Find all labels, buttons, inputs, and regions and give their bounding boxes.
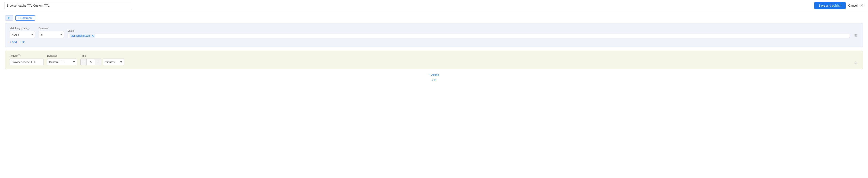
action-section: Action i Behavior Custom TTL Time	[5, 51, 863, 69]
operator-label: Operator	[39, 27, 64, 30]
action-fields-row: Action i Behavior Custom TTL Time	[9, 54, 859, 65]
header: Save and publish Cancel ✕	[0, 0, 868, 11]
add-and-button[interactable]: + And	[9, 40, 17, 44]
behavior-label: Behavior	[47, 54, 77, 57]
time-group: Time − + minutes	[80, 54, 124, 65]
action-field-input[interactable]	[9, 59, 44, 65]
action-info-icon: i	[18, 54, 21, 57]
close-button[interactable]: ✕	[860, 3, 864, 8]
time-label: Time	[80, 54, 124, 57]
action-label: Action i	[9, 54, 44, 57]
behavior-select[interactable]: Custom TTL	[47, 59, 77, 65]
if-row: IF + Comment	[5, 15, 863, 21]
trash-icon	[854, 61, 858, 65]
condition-section: Matching type i HOST Operator Is V	[5, 23, 863, 47]
decrement-button[interactable]: −	[81, 59, 87, 65]
add-or-button[interactable]: + Or	[20, 40, 25, 44]
value-tag-close-icon[interactable]: ✕	[91, 34, 94, 37]
number-input-group: − +	[80, 59, 101, 65]
time-unit-select[interactable]: minutes	[103, 59, 124, 65]
cancel-button[interactable]: Cancel	[848, 4, 858, 7]
add-if-button[interactable]: + IF	[5, 78, 863, 82]
increment-button[interactable]: +	[95, 59, 101, 65]
value-label: Value	[68, 29, 850, 32]
trash-icon	[854, 34, 858, 37]
delete-condition-button[interactable]	[853, 33, 859, 38]
operator-group: Operator Is	[39, 27, 64, 38]
value-group: Value test.yongkeli.com ✕	[68, 29, 850, 38]
time-number-input[interactable]	[87, 59, 95, 65]
add-action-button[interactable]: + Action	[5, 73, 863, 76]
condition-fields-row: Matching type i HOST Operator Is V	[9, 27, 859, 38]
comment-button[interactable]: + Comment	[16, 15, 35, 21]
matching-type-select[interactable]: HOST	[9, 31, 35, 38]
if-badge: IF	[5, 15, 13, 21]
delete-action-button[interactable]	[853, 60, 859, 65]
matching-type-info-icon: i	[26, 27, 29, 30]
time-controls: − + minutes	[80, 59, 124, 65]
operator-select[interactable]: Is	[39, 31, 64, 38]
header-actions: Save and publish Cancel ✕	[814, 2, 864, 9]
value-tag: test.yongkeli.com ✕	[69, 34, 95, 38]
rule-title-input[interactable]	[4, 2, 132, 9]
condition-footer: + And + Or	[9, 40, 859, 44]
save-publish-button[interactable]: Save and publish	[814, 2, 846, 9]
action-group: Action i	[9, 54, 44, 65]
footer-actions: + Action + IF	[5, 72, 863, 83]
matching-type-label: Matching type i	[9, 27, 35, 30]
behavior-group: Behavior Custom TTL	[47, 54, 77, 65]
value-field[interactable]: test.yongkeli.com ✕	[68, 34, 850, 38]
main-content: IF + Comment Matching type i HOST Operat…	[0, 11, 868, 87]
matching-type-group: Matching type i HOST	[9, 27, 35, 38]
